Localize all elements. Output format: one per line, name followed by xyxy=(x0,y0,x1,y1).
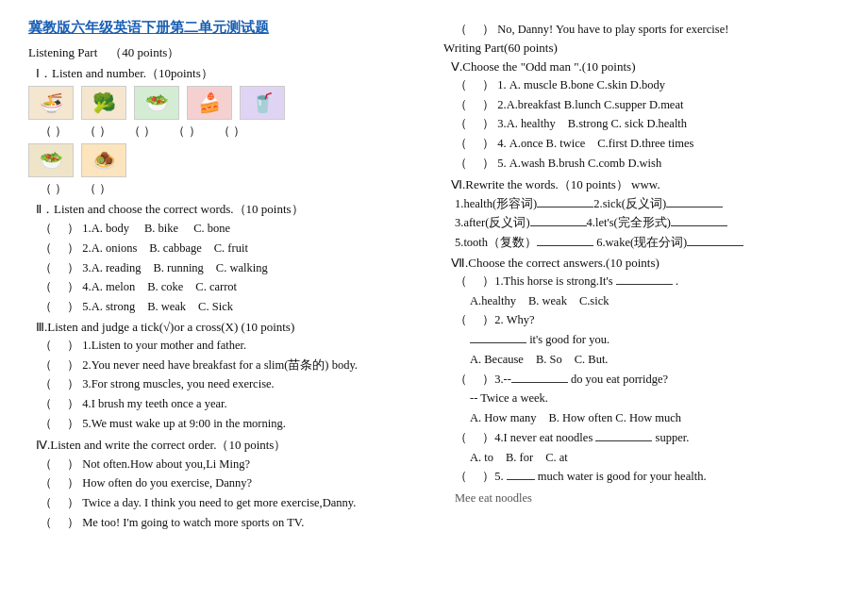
s5-item-5: （ ） 5. A.wash B.brush C.comb D.wish xyxy=(455,155,840,173)
s7-q1-options: A.healthy B. weak C.sick xyxy=(470,292,840,310)
food-img-6: 🥗 xyxy=(28,143,74,177)
food-img-3: 🥗 xyxy=(134,86,179,120)
s7-q3: （ ）3.-- do you eat porridge? xyxy=(455,371,840,389)
s2-item-3: （ ） 3.A. reading B. running C. walking xyxy=(40,259,425,277)
s4-item-3: （ ） Twice a day. I think you need to get… xyxy=(40,494,425,512)
food-img-7: 🧆 xyxy=(81,143,126,177)
left-column: 冀教版六年级英语下册第二单元测试题 Listening Part （40 poi… xyxy=(28,19,425,534)
s1-header: Ⅰ．Listen and number.（10points） xyxy=(36,65,425,82)
mee-eat-noodles: Mee eat noodles xyxy=(455,491,840,506)
s7-q2-options: A. Because B. So C. But. xyxy=(470,351,840,369)
s7-q4: （ ）4.I never eat noodles supper. xyxy=(455,429,840,447)
s7-q3-options: A. How many B. How often C. How much xyxy=(470,409,840,427)
s2-item-5: （ ） 5.A. strong B. weak C. Sick xyxy=(40,298,425,316)
s4-header: Ⅳ.Listen and write the correct order.（10… xyxy=(36,437,425,454)
food-img-1: 🍜 xyxy=(28,86,74,120)
s7-q1: （ ）1.This horse is strong.It's . xyxy=(455,273,840,290)
listening-header: Listening Part （40 points） xyxy=(28,44,425,61)
page-title: 冀教版六年级英语下册第二单元测试题 xyxy=(28,19,425,37)
paren-1: （ ） xyxy=(40,124,67,140)
s7-q2-sub: it's good for you. xyxy=(470,331,840,349)
s2-item-2: （ ） 2.A. onions B. cabbage C. fruit xyxy=(40,240,425,257)
s5-item-4: （ ） 4. A.once B. twice C.first D.three t… xyxy=(455,135,840,153)
s5-item-3: （ ） 3.A. healthy B.strong C. sick D.heal… xyxy=(455,115,840,133)
s7-q2: （ ）2. Why? xyxy=(455,311,840,329)
paren-7: （ ） xyxy=(84,181,111,197)
s7-header: Ⅶ.Choose the correct answers.(10 points) xyxy=(451,256,840,271)
s3-item-2: （ ） 2.You never need have breakfast for … xyxy=(40,357,425,374)
page: 冀教版六年级英语下册第二单元测试题 Listening Part （40 poi… xyxy=(28,19,840,534)
paren-3: （ ） xyxy=(128,124,156,140)
s6-item-3: 5.tooth（复数） 6.wake(现在分词) xyxy=(455,234,840,252)
paren-2: （ ） xyxy=(84,124,111,140)
right-column: （ ） No, Danny! You have to play sports f… xyxy=(443,19,840,534)
s1-images-row1: 🍜 🥦 🥗 🍰 🥤 xyxy=(28,86,425,120)
s4-item-2: （ ） How often do you exercise, Danny? xyxy=(40,474,425,492)
writing-header: Writing Part(60 points) xyxy=(443,41,840,56)
s4-item-1: （ ） Not often.How about you,Li Ming? xyxy=(40,456,425,473)
s4-item-4: （ ） Me too! I'm going to watch more spor… xyxy=(40,514,425,532)
s3-item-3: （ ） 3.For strong muscles, you need exerc… xyxy=(40,375,425,393)
s6-item-2: 3.after(反义词)4.let's(完全形式) xyxy=(455,214,840,232)
s1-parens-row2: （ ） （ ） xyxy=(40,181,425,197)
s7-q4-options: A. to B. for C. at xyxy=(470,449,840,467)
s2-item-1: （ ） 1.A. body B. bike C. bone xyxy=(40,220,425,238)
s2-header: Ⅱ．Listen and choose the correct words.（1… xyxy=(36,201,425,218)
s1-images-row2: 🥗 🧆 xyxy=(28,143,425,177)
s6-header: Ⅵ.Rewrite the words.（10 points） www. xyxy=(451,176,840,193)
food-img-2: 🥦 xyxy=(81,86,126,120)
food-img-5: 🥤 xyxy=(240,86,285,120)
s5-header: Ⅴ.Choose the "Odd man ".(10 points) xyxy=(451,59,840,75)
s5-item-2: （ ） 2.A.breakfast B.lunch C.supper D.mea… xyxy=(455,96,840,114)
s6-item-1: 1.health(形容词)2.sick(反义词) xyxy=(455,195,840,213)
s3-item-1: （ ） 1.Listen to your mother and father. xyxy=(40,337,425,355)
s7-q5: （ ）5. much water is good for your health… xyxy=(455,468,840,486)
paren-5: （ ） xyxy=(218,124,245,140)
s3-item-5: （ ） 5.We must wake up at 9:00 in the mor… xyxy=(40,415,425,433)
paren-6: （ ） xyxy=(40,181,67,197)
s3-item-4: （ ） 4.I brush my teeth once a year. xyxy=(40,395,425,413)
s7-q3-sub: -- Twice a week. xyxy=(470,390,840,407)
s2-item-4: （ ） 4.A. melon B. coke C. carrot xyxy=(40,278,425,296)
s3-header: Ⅲ.Listen and judge a tick(√)or a cross(X… xyxy=(36,320,425,335)
s1-parens-row1: （ ） （ ） （ ） （ ） （ ） xyxy=(40,124,425,140)
s5-item-1: （ ） 1. A. muscle B.bone C.skin D.body xyxy=(455,76,840,94)
s0-item: （ ） No, Danny! You have to play sports f… xyxy=(455,21,840,39)
paren-4: （ ） xyxy=(173,124,200,140)
food-img-4: 🍰 xyxy=(187,86,232,120)
